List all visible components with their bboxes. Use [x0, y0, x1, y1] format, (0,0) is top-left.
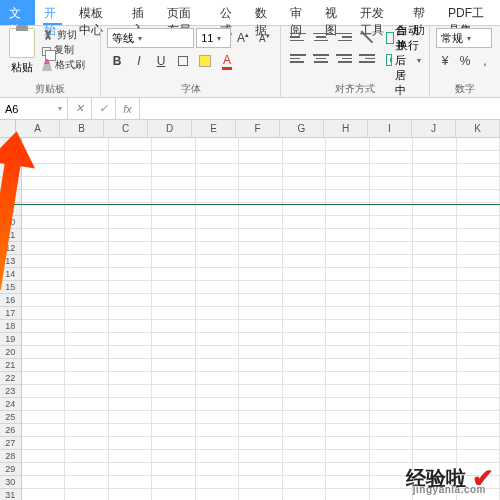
- cell[interactable]: [22, 281, 65, 294]
- cell[interactable]: [239, 229, 282, 242]
- increase-font-button[interactable]: A▴: [233, 28, 252, 48]
- cell[interactable]: [109, 307, 152, 320]
- cell[interactable]: [370, 307, 413, 320]
- cell[interactable]: [370, 177, 413, 190]
- cell[interactable]: [413, 385, 456, 398]
- cell[interactable]: [65, 346, 108, 359]
- cell[interactable]: [196, 411, 239, 424]
- row-header[interactable]: 29: [0, 463, 22, 476]
- tab-file[interactable]: 文件: [0, 0, 35, 25]
- cell[interactable]: [239, 281, 282, 294]
- col-header-I[interactable]: I: [368, 120, 412, 137]
- cell[interactable]: [326, 463, 369, 476]
- cell[interactable]: [152, 151, 195, 164]
- cell[interactable]: [152, 359, 195, 372]
- cell[interactable]: [413, 255, 456, 268]
- row-header[interactable]: 13: [0, 255, 22, 268]
- cell[interactable]: [283, 320, 326, 333]
- cell[interactable]: [413, 229, 456, 242]
- cell[interactable]: [65, 138, 108, 151]
- cell[interactable]: [457, 359, 500, 372]
- cell[interactable]: [413, 268, 456, 281]
- cell[interactable]: [109, 372, 152, 385]
- cell[interactable]: [152, 398, 195, 411]
- cell[interactable]: [152, 242, 195, 255]
- cell[interactable]: [196, 242, 239, 255]
- row-header[interactable]: 24: [0, 398, 22, 411]
- cell[interactable]: [22, 476, 65, 489]
- number-format-select[interactable]: 常规▾: [436, 28, 492, 48]
- cell[interactable]: [109, 164, 152, 177]
- cell[interactable]: [22, 346, 65, 359]
- row-header[interactable]: 16: [0, 294, 22, 307]
- cell[interactable]: [152, 294, 195, 307]
- cell[interactable]: [239, 216, 282, 229]
- accept-formula-button[interactable]: ✓: [92, 98, 116, 119]
- formula-input[interactable]: [140, 98, 500, 119]
- row-header[interactable]: 12: [0, 242, 22, 255]
- cell[interactable]: [413, 307, 456, 320]
- cell[interactable]: [239, 307, 282, 320]
- paste-button[interactable]: 粘贴: [6, 28, 38, 75]
- cell[interactable]: [196, 255, 239, 268]
- cell[interactable]: [326, 398, 369, 411]
- tab-6[interactable]: 审阅: [281, 0, 316, 25]
- cell[interactable]: [239, 294, 282, 307]
- cell[interactable]: [196, 398, 239, 411]
- row-header[interactable]: 4: [0, 177, 22, 190]
- cell[interactable]: [196, 346, 239, 359]
- cell[interactable]: [22, 164, 65, 177]
- cell[interactable]: [239, 320, 282, 333]
- tab-8[interactable]: 开发工具: [351, 0, 403, 25]
- cell[interactable]: [457, 294, 500, 307]
- font-name-select[interactable]: 等线▾: [107, 28, 194, 48]
- cell[interactable]: [152, 320, 195, 333]
- col-header-F[interactable]: F: [236, 120, 280, 137]
- cell[interactable]: [65, 190, 108, 203]
- cell[interactable]: [457, 229, 500, 242]
- cell[interactable]: [370, 372, 413, 385]
- bold-button[interactable]: B: [107, 51, 127, 71]
- cell[interactable]: [109, 281, 152, 294]
- cell[interactable]: [326, 151, 369, 164]
- cell[interactable]: [152, 411, 195, 424]
- cell[interactable]: [239, 190, 282, 203]
- cell[interactable]: [152, 424, 195, 437]
- cell[interactable]: [239, 138, 282, 151]
- cell[interactable]: [152, 385, 195, 398]
- currency-button[interactable]: ¥: [436, 51, 454, 71]
- cell[interactable]: [196, 138, 239, 151]
- align-center-button[interactable]: [310, 50, 332, 68]
- cell[interactable]: [370, 411, 413, 424]
- cell[interactable]: [413, 216, 456, 229]
- cell[interactable]: [413, 437, 456, 450]
- cell[interactable]: [283, 307, 326, 320]
- percent-button[interactable]: %: [456, 51, 474, 71]
- row-header[interactable]: 2: [0, 151, 22, 164]
- row-header[interactable]: 18: [0, 320, 22, 333]
- spreadsheet-grid[interactable]: ABCDEFGHIJK 1234891011121314151617181920…: [0, 120, 500, 500]
- cell[interactable]: [196, 151, 239, 164]
- cell[interactable]: [239, 385, 282, 398]
- cell[interactable]: [22, 463, 65, 476]
- cell[interactable]: [109, 138, 152, 151]
- col-header-K[interactable]: K: [456, 120, 500, 137]
- underline-button[interactable]: U: [151, 51, 171, 71]
- tab-9[interactable]: 帮助: [404, 0, 439, 25]
- cell[interactable]: [457, 242, 500, 255]
- cell[interactable]: [283, 177, 326, 190]
- cell[interactable]: [22, 190, 65, 203]
- cell[interactable]: [196, 476, 239, 489]
- select-all-corner[interactable]: [0, 120, 16, 137]
- cell[interactable]: [413, 411, 456, 424]
- cell[interactable]: [152, 255, 195, 268]
- tab-2[interactable]: 插入: [123, 0, 158, 25]
- italic-button[interactable]: I: [129, 51, 149, 71]
- cell[interactable]: [239, 476, 282, 489]
- col-header-J[interactable]: J: [412, 120, 456, 137]
- cell[interactable]: [283, 333, 326, 346]
- cell[interactable]: [370, 216, 413, 229]
- cell[interactable]: [239, 398, 282, 411]
- cell[interactable]: [196, 216, 239, 229]
- cell[interactable]: [109, 242, 152, 255]
